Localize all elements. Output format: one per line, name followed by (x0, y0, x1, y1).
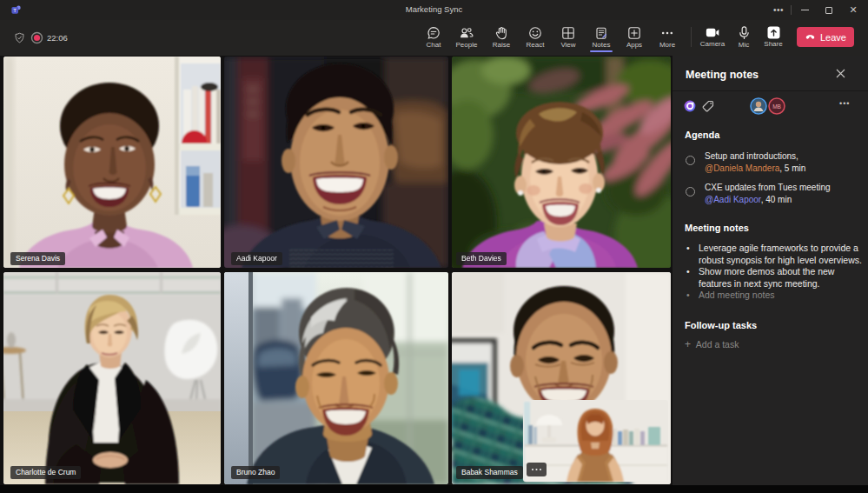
svg-text:MB: MB (772, 103, 781, 110)
